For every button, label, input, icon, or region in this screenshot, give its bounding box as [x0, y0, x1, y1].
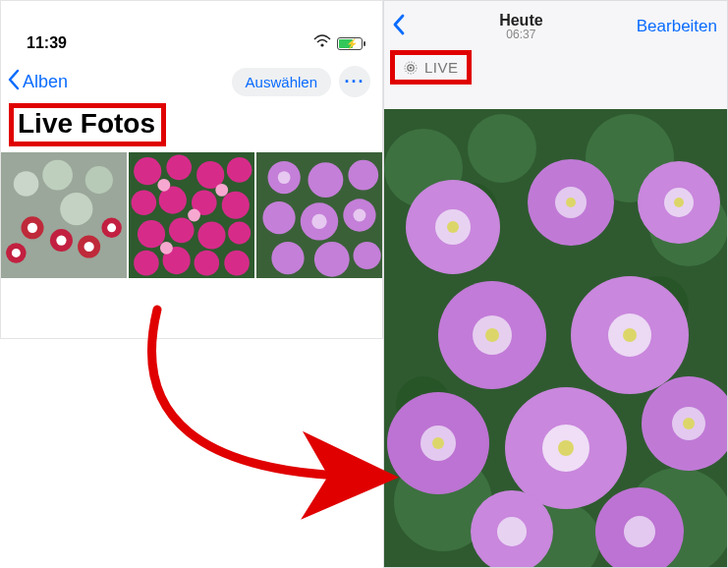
photo-thumbnail[interactable]	[129, 152, 254, 278]
svg-point-18	[166, 155, 192, 181]
svg-point-4	[85, 166, 113, 194]
chevron-left-icon	[7, 69, 21, 95]
svg-point-31	[195, 251, 220, 276]
svg-point-52	[410, 66, 413, 69]
svg-point-2	[14, 171, 39, 197]
svg-point-70	[566, 198, 576, 207]
highlight-box-title: Live Fotos	[9, 103, 166, 146]
svg-point-67	[447, 221, 459, 233]
select-button[interactable]: Auswählen	[232, 68, 331, 96]
album-title: Live Fotos	[18, 108, 155, 139]
back-button[interactable]: Alben	[7, 69, 68, 95]
svg-point-29	[134, 251, 159, 276]
svg-point-9	[56, 235, 66, 245]
detail-header: Heute 06:37 Bearbeiten	[384, 1, 727, 48]
svg-point-5	[60, 193, 92, 225]
svg-point-24	[222, 192, 250, 219]
svg-point-35	[215, 184, 228, 197]
svg-point-39	[308, 162, 343, 198]
battery-icon: ⚡	[337, 37, 363, 50]
svg-point-7	[28, 223, 37, 233]
svg-point-13	[84, 242, 93, 252]
photo-thumbnail[interactable]	[256, 152, 382, 278]
back-label: Alben	[23, 72, 68, 92]
svg-point-21	[132, 190, 157, 215]
more-button[interactable]: ···	[339, 66, 370, 97]
photo-grid	[1, 152, 382, 278]
highlight-box-live-badge: LIVE	[390, 50, 472, 85]
svg-point-28	[228, 221, 251, 244]
svg-point-40	[348, 160, 378, 191]
svg-point-85	[558, 440, 574, 456]
svg-point-47	[311, 214, 326, 229]
svg-point-48	[278, 171, 291, 184]
svg-point-41	[262, 201, 295, 234]
svg-point-3	[42, 160, 73, 191]
edit-button[interactable]: Bearbeiten	[637, 17, 717, 36]
svg-point-26	[169, 218, 195, 244]
svg-point-0	[320, 43, 323, 46]
status-time: 11:39	[27, 34, 313, 52]
svg-point-45	[314, 242, 350, 277]
svg-point-73	[674, 198, 684, 207]
status-bar: 11:39 ⚡	[1, 1, 382, 46]
status-icons: ⚡	[313, 34, 363, 52]
ellipsis-icon: ···	[344, 72, 364, 92]
svg-point-11	[12, 249, 21, 257]
svg-point-55	[468, 114, 536, 183]
svg-point-25	[138, 220, 165, 248]
svg-point-33	[157, 179, 170, 192]
back-button[interactable]	[392, 14, 406, 39]
svg-point-34	[188, 209, 200, 222]
svg-point-79	[623, 328, 637, 342]
svg-point-76	[485, 328, 499, 342]
svg-point-88	[683, 418, 695, 429]
svg-point-82	[432, 437, 444, 449]
svg-point-32	[224, 251, 250, 276]
wifi-icon	[313, 34, 331, 52]
photo-detail-screen: Heute 06:37 Bearbeiten LIVE	[383, 0, 728, 568]
album-grid-screen: 11:39 ⚡ Alben Auswählen ··· Live Fotos	[0, 0, 383, 339]
detail-title: Heute	[406, 12, 637, 29]
svg-point-46	[354, 242, 381, 269]
svg-point-27	[197, 221, 225, 249]
svg-point-44	[271, 242, 304, 274]
svg-point-90	[497, 517, 527, 546]
detail-subtitle: 06:37	[406, 28, 637, 41]
svg-point-49	[354, 209, 366, 222]
svg-point-92	[624, 516, 655, 547]
svg-point-36	[160, 242, 173, 255]
nav-header: Alben Auswählen ···	[1, 46, 382, 99]
photo-thumbnail[interactable]	[1, 152, 127, 278]
svg-point-17	[134, 157, 161, 185]
svg-point-20	[227, 157, 252, 183]
photo-viewer[interactable]	[384, 109, 727, 567]
live-photo-icon	[403, 60, 419, 76]
live-badge-label: LIVE	[424, 59, 459, 76]
svg-point-15	[107, 223, 116, 232]
